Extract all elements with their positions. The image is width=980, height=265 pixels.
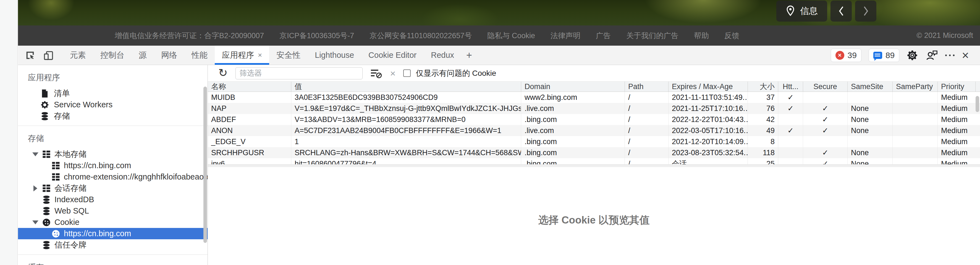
cell-size: 118 bbox=[748, 147, 778, 158]
location-pin-icon bbox=[786, 5, 795, 17]
footer-link-privacy[interactable]: 隐私与 Cookie bbox=[487, 31, 535, 41]
storage-grid-icon bbox=[42, 150, 51, 158]
sidebar-section-storage: 存储 本地存储 https://cn.bing.com bbox=[18, 126, 208, 255]
message-icon bbox=[873, 52, 882, 59]
tab-elements[interactable]: 元素 bbox=[63, 46, 93, 65]
column-header-httponly[interactable]: Htt... bbox=[778, 81, 803, 91]
cell-name: _EDGE_V bbox=[208, 136, 291, 147]
tree-item-local-storage[interactable]: 本地存储 bbox=[18, 148, 208, 160]
footer-link-police[interactable]: 京公网安备11010802022657号 bbox=[369, 31, 472, 41]
table-row[interactable]: ANONA=5C7DF231AAB24B9004FB0CFBFFFFFFFF&E… bbox=[208, 125, 980, 136]
refresh-icon[interactable]: ↻ bbox=[218, 67, 228, 78]
more-options-icon[interactable] bbox=[945, 54, 955, 56]
expander-down-icon[interactable] bbox=[32, 220, 38, 224]
column-header-size[interactable]: 大小 bbox=[748, 81, 778, 91]
tab-network[interactable]: 网络 bbox=[154, 46, 185, 65]
footer-link-icp[interactable]: 京ICP备10036305号-7 bbox=[279, 31, 354, 41]
column-header-path[interactable]: Path bbox=[625, 81, 668, 91]
sidebar-item-manifest[interactable]: 清单 bbox=[18, 88, 208, 99]
error-count-badge[interactable]: × 39 bbox=[831, 49, 861, 62]
expander-down-icon[interactable] bbox=[32, 152, 38, 156]
column-header-domain[interactable]: Domain bbox=[521, 81, 625, 91]
footer-link-help[interactable]: 帮助 bbox=[694, 31, 709, 41]
footer-link-license[interactable]: 增值电信业务经营许可证：合字B2-20090007 bbox=[115, 31, 264, 41]
devtools-toolbar: 元素 控制台 源 网络 性能 应用程序 × 安全性 Lighthouse Coo… bbox=[18, 46, 980, 65]
section-title: 缓存 bbox=[18, 255, 208, 265]
tree-item-trust-tokens[interactable]: 信任令牌 bbox=[18, 239, 208, 251]
devtools-window: 元素 控制台 源 网络 性能 应用程序 × 安全性 Lighthouse Coo… bbox=[18, 46, 980, 265]
table-row[interactable]: MUIDB3A0E3F1325BE6DC939BB307524906CD9www… bbox=[208, 92, 980, 103]
column-header-expires[interactable]: Expires / Max-Age bbox=[668, 81, 748, 91]
info-button[interactable]: 信息 bbox=[776, 0, 827, 22]
tree-item-indexeddb[interactable]: IndexedDB bbox=[18, 194, 208, 205]
column-header-sameparty[interactable]: SameParty bbox=[892, 81, 938, 91]
next-image-button[interactable] bbox=[855, 0, 877, 22]
column-header-samesite[interactable]: SameSite bbox=[848, 81, 892, 91]
horizontal-scrollbar[interactable] bbox=[208, 164, 980, 167]
filter-input[interactable] bbox=[235, 67, 363, 80]
error-icon: × bbox=[835, 51, 844, 60]
settings-gear-icon[interactable] bbox=[907, 49, 918, 61]
table-row[interactable]: SRCHHPGUSRSRCHLANG=zh-Hans&BRW=XW&BRH=S&… bbox=[208, 147, 980, 158]
devtools-close-icon[interactable]: × bbox=[962, 49, 969, 61]
tree-item-cookies[interactable]: Cookie bbox=[18, 217, 208, 228]
section-title: 应用程序 bbox=[18, 65, 208, 88]
device-toolbar-icon[interactable] bbox=[42, 49, 54, 61]
database-icon bbox=[42, 195, 51, 204]
copyright-text: © 2021 Microsoft bbox=[917, 31, 973, 40]
column-header-priority[interactable]: Priority bbox=[938, 81, 975, 91]
table-scrollbar-thumb[interactable] bbox=[975, 96, 979, 112]
more-tabs-button[interactable]: + bbox=[461, 46, 477, 65]
sidebar-item-storage[interactable]: 存储 bbox=[18, 110, 208, 122]
table-row[interactable]: ipv6hit=1608600477796&t=4.bing.com/会话25✓… bbox=[208, 158, 980, 164]
cell-value: A=5C7DF231AAB24B9004FB0CFBFFFFFFFF&E=196… bbox=[291, 125, 521, 136]
message-count-badge[interactable]: 89 bbox=[869, 49, 899, 62]
tree-item-local-origin[interactable]: https://cn.bing.com bbox=[18, 160, 208, 171]
tab-sources[interactable]: 源 bbox=[132, 46, 154, 65]
tab-performance[interactable]: 性能 bbox=[185, 46, 215, 65]
footer-link-feedback[interactable]: 反馈 bbox=[724, 31, 739, 41]
cell-expires: 2021-12-20T10:14:09.… bbox=[668, 136, 748, 147]
inspect-element-icon[interactable] bbox=[24, 49, 36, 61]
clear-all-cookies-icon[interactable] bbox=[370, 68, 382, 79]
cell-name: SRCHHPGUSR bbox=[208, 147, 291, 158]
tree-item-local-extension[interactable]: chrome-extension://kgnghhfkloifoabeaobjk… bbox=[18, 171, 208, 182]
only-issues-checkbox[interactable] bbox=[403, 69, 411, 77]
cell-domain: .bing.com bbox=[521, 114, 625, 125]
tab-cookie-editor[interactable]: Cookie Editor bbox=[361, 46, 424, 65]
cell-value: V=1.9&E=197d&C=_THBbXznsuj-G-jttb9XQmlBw… bbox=[291, 103, 521, 114]
table-row[interactable]: NAPV=1.9&E=197d&C=_THBbXznsuj-G-jttb9XQm… bbox=[208, 103, 980, 114]
column-header-secure[interactable]: Secure bbox=[803, 81, 848, 91]
cell-expires: 2021-11-11T03:51:49.… bbox=[668, 92, 748, 103]
footer-link-legal[interactable]: 法律声明 bbox=[550, 31, 581, 41]
manifest-file-icon bbox=[40, 89, 49, 98]
delete-selected-icon[interactable]: × bbox=[390, 69, 396, 78]
cell-name: ipv6 bbox=[208, 158, 291, 164]
tree-item-cookie-origin-selected[interactable]: https://cn.bing.com bbox=[18, 228, 208, 239]
feedback-person-icon[interactable] bbox=[925, 49, 938, 61]
cell-http: ✓ bbox=[778, 92, 803, 103]
table-row[interactable]: ABDEFV=13&ABDV=13&MRB=1608599083377&MRNB… bbox=[208, 114, 980, 125]
cell-http bbox=[778, 147, 803, 158]
tab-redux[interactable]: Redux bbox=[424, 46, 461, 65]
table-row[interactable]: _EDGE_V1.bing.com/2021-12-20T10:14:09.…8… bbox=[208, 136, 980, 147]
tab-lighthouse[interactable]: Lighthouse bbox=[308, 46, 361, 65]
tree-item-websql[interactable]: Web SQL bbox=[18, 205, 208, 217]
expander-right-icon[interactable] bbox=[32, 185, 38, 192]
cell-http: ✓ bbox=[778, 103, 803, 114]
tab-application[interactable]: 应用程序 × bbox=[215, 46, 269, 65]
column-header-value[interactable]: 值 bbox=[291, 81, 521, 91]
tab-security[interactable]: 安全性 bbox=[269, 46, 308, 65]
cell-expires: 2022-12-22T01:04:43.… bbox=[668, 114, 748, 125]
sidebar-scrollbar-thumb[interactable] bbox=[204, 86, 207, 243]
footer-link-about-ads[interactable]: 关于我们的广告 bbox=[626, 31, 678, 41]
prev-image-button[interactable] bbox=[830, 0, 852, 22]
footer-link-ads[interactable]: 广告 bbox=[596, 31, 611, 41]
column-header-name[interactable]: 名称 bbox=[208, 81, 291, 91]
tree-item-session-storage[interactable]: 会话存储 bbox=[18, 182, 208, 194]
tab-console[interactable]: 控制台 bbox=[93, 46, 132, 65]
cell-sameparty bbox=[892, 158, 938, 164]
cookie-icon bbox=[42, 218, 51, 227]
sidebar-item-service-workers[interactable]: Service Workers bbox=[18, 99, 208, 110]
tab-close-icon[interactable]: × bbox=[258, 51, 262, 59]
